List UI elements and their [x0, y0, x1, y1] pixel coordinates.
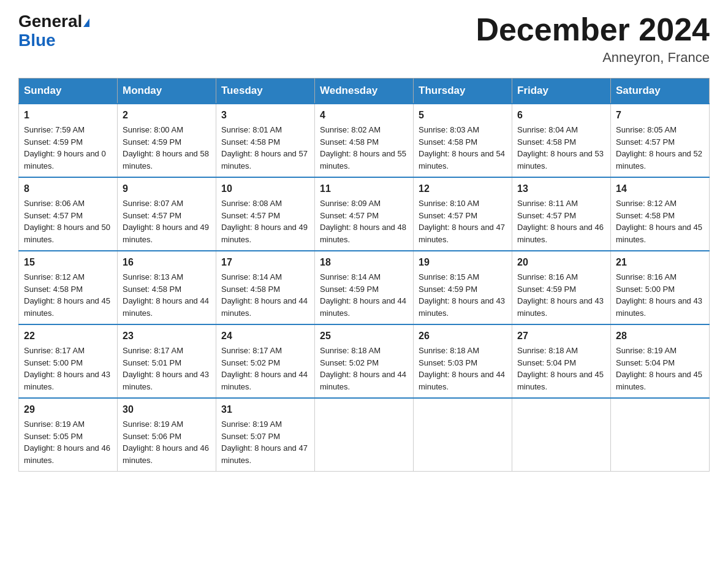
day-number: 11 — [320, 182, 408, 196]
day-number: 5 — [419, 108, 507, 123]
col-tuesday: Tuesday — [216, 79, 315, 104]
calendar-cell: 26Sunrise: 8:18 AMSunset: 5:03 PMDayligh… — [414, 324, 512, 398]
calendar-cell: 12Sunrise: 8:10 AMSunset: 4:57 PMDayligh… — [414, 177, 512, 251]
calendar-week-row-4: 22Sunrise: 8:17 AMSunset: 5:00 PMDayligh… — [19, 324, 710, 398]
calendar-week-row-1: 1Sunrise: 7:59 AMSunset: 4:59 PMDaylight… — [19, 104, 710, 177]
day-info: Sunrise: 8:19 AM — [24, 418, 112, 431]
calendar-week-row-2: 8Sunrise: 8:06 AMSunset: 4:57 PMDaylight… — [19, 177, 710, 251]
calendar-cell: 16Sunrise: 8:13 AMSunset: 4:58 PMDayligh… — [118, 251, 216, 324]
calendar-cell: 1Sunrise: 7:59 AMSunset: 4:59 PMDaylight… — [19, 104, 118, 177]
calendar-cell: 28Sunrise: 8:19 AMSunset: 5:04 PMDayligh… — [611, 324, 710, 398]
day-info: Sunset: 4:59 PM — [517, 283, 605, 296]
calendar-cell: 23Sunrise: 8:17 AMSunset: 5:01 PMDayligh… — [118, 324, 216, 398]
day-number: 22 — [24, 329, 112, 343]
day-info: Daylight: 8 hours and 44 minutes. — [123, 295, 211, 319]
day-info: Sunrise: 8:17 AM — [123, 345, 211, 357]
day-info: Sunrise: 8:01 AM — [221, 124, 309, 136]
day-info: Sunset: 4:58 PM — [123, 283, 211, 296]
day-info: Daylight: 8 hours and 47 minutes. — [221, 442, 309, 466]
day-info: Sunset: 5:04 PM — [517, 357, 605, 369]
day-number: 2 — [123, 108, 211, 123]
day-info: Sunrise: 8:19 AM — [616, 345, 704, 357]
day-info: Sunset: 4:57 PM — [320, 210, 408, 222]
day-info: Daylight: 8 hours and 53 minutes. — [517, 148, 605, 172]
day-info: Sunrise: 8:07 AM — [123, 197, 211, 210]
day-number: 17 — [221, 255, 309, 270]
calendar-cell: 30Sunrise: 8:19 AMSunset: 5:06 PMDayligh… — [118, 398, 216, 472]
day-info: Sunset: 4:58 PM — [419, 136, 507, 148]
day-info: Sunset: 4:59 PM — [123, 136, 211, 148]
calendar-cell: 2Sunrise: 8:00 AMSunset: 4:59 PMDaylight… — [118, 104, 216, 177]
day-info: Sunset: 4:57 PM — [221, 210, 309, 222]
day-number: 29 — [24, 402, 112, 417]
day-info: Daylight: 8 hours and 49 minutes. — [123, 221, 211, 245]
day-info: Sunrise: 8:05 AM — [616, 124, 704, 136]
calendar-cell: 7Sunrise: 8:05 AMSunset: 4:57 PMDaylight… — [611, 104, 710, 177]
calendar-cell: 11Sunrise: 8:09 AMSunset: 4:57 PMDayligh… — [315, 177, 414, 251]
day-info: Sunrise: 8:19 AM — [123, 418, 211, 431]
day-info: Sunrise: 8:02 AM — [320, 124, 408, 136]
day-number: 19 — [419, 255, 507, 270]
page-header: General Blue December 2024 Anneyron, Fra… — [18, 12, 710, 66]
day-info: Sunset: 5:00 PM — [24, 357, 112, 369]
location: Anneyron, France — [476, 50, 710, 66]
calendar-cell: 31Sunrise: 8:19 AMSunset: 5:07 PMDayligh… — [216, 398, 315, 472]
day-info: Sunrise: 8:12 AM — [616, 197, 704, 210]
day-info: Sunset: 4:58 PM — [517, 136, 605, 148]
col-wednesday: Wednesday — [315, 79, 414, 104]
calendar-cell: 18Sunrise: 8:14 AMSunset: 4:59 PMDayligh… — [315, 251, 414, 324]
day-info: Daylight: 8 hours and 49 minutes. — [221, 221, 309, 245]
day-info: Daylight: 8 hours and 46 minutes. — [123, 442, 211, 466]
day-number: 23 — [123, 329, 211, 343]
calendar-cell — [611, 398, 710, 472]
day-info: Sunrise: 8:17 AM — [221, 345, 309, 357]
calendar-cell: 24Sunrise: 8:17 AMSunset: 5:02 PMDayligh… — [216, 324, 315, 398]
day-info: Sunset: 5:04 PM — [616, 357, 704, 369]
col-saturday: Saturday — [611, 79, 710, 104]
day-info: Daylight: 8 hours and 44 minutes. — [320, 369, 408, 393]
day-number: 28 — [616, 329, 704, 343]
day-number: 21 — [616, 255, 704, 270]
day-info: Sunrise: 8:03 AM — [419, 124, 507, 136]
day-info: Sunrise: 8:11 AM — [517, 197, 605, 210]
day-number: 26 — [419, 329, 507, 343]
calendar-cell: 27Sunrise: 8:18 AMSunset: 5:04 PMDayligh… — [512, 324, 611, 398]
day-info: Sunset: 5:05 PM — [24, 431, 112, 443]
logo-text: General Blue — [18, 12, 89, 50]
day-info: Sunrise: 8:06 AM — [24, 197, 112, 210]
day-info: Sunrise: 8:18 AM — [320, 345, 408, 357]
day-info: Daylight: 8 hours and 43 minutes. — [123, 369, 211, 393]
day-info: Daylight: 8 hours and 54 minutes. — [419, 148, 507, 172]
day-number: 1 — [24, 108, 112, 123]
day-info: Sunrise: 8:13 AM — [123, 271, 211, 283]
day-info: Daylight: 8 hours and 44 minutes. — [221, 369, 309, 393]
day-info: Sunset: 5:06 PM — [123, 431, 211, 443]
day-info: Sunrise: 8:18 AM — [517, 345, 605, 357]
day-info: Sunset: 4:59 PM — [320, 283, 408, 296]
day-number: 12 — [419, 182, 507, 196]
day-info: Sunset: 4:59 PM — [419, 283, 507, 296]
day-info: Sunrise: 8:09 AM — [320, 197, 408, 210]
day-number: 7 — [616, 108, 704, 123]
day-info: Sunrise: 8:18 AM — [419, 345, 507, 357]
day-info: Sunrise: 8:14 AM — [221, 271, 309, 283]
calendar-cell: 15Sunrise: 8:12 AMSunset: 4:58 PMDayligh… — [19, 251, 118, 324]
day-info: Daylight: 9 hours and 0 minutes. — [24, 148, 112, 172]
day-info: Daylight: 8 hours and 57 minutes. — [221, 148, 309, 172]
day-info: Sunrise: 8:10 AM — [419, 197, 507, 210]
calendar-cell — [315, 398, 414, 472]
day-info: Sunrise: 8:12 AM — [24, 271, 112, 283]
day-number: 9 — [123, 182, 211, 196]
day-number: 14 — [616, 182, 704, 196]
col-friday: Friday — [512, 79, 611, 104]
calendar-cell: 17Sunrise: 8:14 AMSunset: 4:58 PMDayligh… — [216, 251, 315, 324]
day-info: Daylight: 8 hours and 45 minutes. — [24, 295, 112, 319]
logo-blue: Blue — [18, 31, 56, 50]
day-info: Daylight: 8 hours and 43 minutes. — [24, 369, 112, 393]
day-info: Sunset: 4:58 PM — [616, 210, 704, 222]
day-number: 13 — [517, 182, 605, 196]
day-number: 18 — [320, 255, 408, 270]
day-number: 25 — [320, 329, 408, 343]
calendar-cell: 13Sunrise: 8:11 AMSunset: 4:57 PMDayligh… — [512, 177, 611, 251]
col-sunday: Sunday — [19, 79, 118, 104]
